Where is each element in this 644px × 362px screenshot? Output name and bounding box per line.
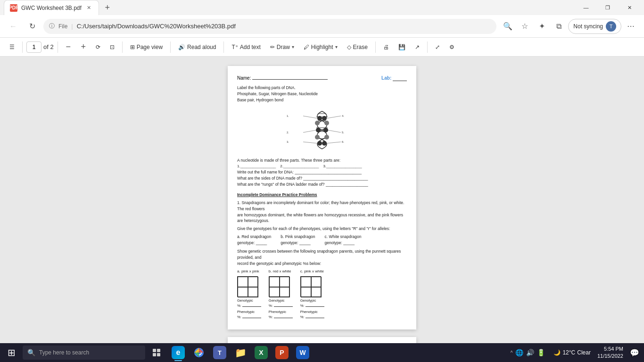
- not-syncing-button[interactable]: Not syncing T: [568, 19, 621, 34]
- print-button[interactable]: 🖨: [380, 42, 393, 52]
- separator-7: [427, 41, 428, 53]
- pdf-page-2: Name: Lab: Darwin's Natural Selection Wo…: [228, 337, 416, 344]
- main-content: Name: Lab: Label the following parts of …: [0, 57, 644, 343]
- tab-close-button[interactable]: ✕: [85, 4, 93, 12]
- close-button[interactable]: ✕: [619, 0, 640, 15]
- nucleotide-text: A nucleotide is made of three parts. The…: [237, 157, 407, 164]
- zoom-in-button[interactable]: +: [77, 41, 90, 54]
- erase-label: Erase: [353, 44, 368, 50]
- excel-app-icon[interactable]: X: [251, 343, 272, 362]
- explorer-app-icon[interactable]: 📁: [230, 343, 251, 362]
- volume-icon[interactable]: 🔊: [526, 349, 534, 356]
- fit-page-button[interactable]: ⊡: [106, 42, 118, 52]
- refresh-button[interactable]: ↻: [25, 19, 40, 34]
- favorites-star-icon[interactable]: ✦: [534, 19, 549, 34]
- svg-text:4.: 4.: [342, 115, 344, 117]
- taskbar-search[interactable]: 🔍 Type here to search: [23, 346, 145, 360]
- read-aloud-button[interactable]: 🔊 Read aloud: [174, 42, 220, 52]
- svg-point-15: [324, 135, 329, 140]
- add-text-label: Add text: [240, 44, 261, 50]
- address-input-wrap[interactable]: ⓘ File | C:/Users/taiph/Downloads/GWC%20…: [43, 19, 496, 34]
- powerpoint-app-icon[interactable]: P: [272, 343, 292, 362]
- blanks-text: 1._________________ 2._________________ …: [237, 164, 407, 169]
- separator-4: [170, 41, 171, 53]
- minimize-button[interactable]: —: [575, 0, 597, 15]
- zoom-out-button[interactable]: −: [62, 41, 75, 54]
- file-label: File: [58, 23, 67, 30]
- tray-expand-icon[interactable]: ^: [511, 350, 513, 355]
- weather-icon: 🌙: [553, 349, 561, 356]
- more-options-icon[interactable]: ⋯: [623, 19, 638, 34]
- edge-app-icon[interactable]: e: [168, 343, 189, 362]
- taskbar-search-icon: 🔍: [27, 349, 35, 356]
- genotypic-b: Genotypic%:: [269, 298, 293, 309]
- maximize-button[interactable]: ❐: [597, 0, 619, 15]
- word-app-icon[interactable]: W: [292, 343, 313, 362]
- save-button[interactable]: 💾: [395, 42, 409, 52]
- fit-icon: ⊡: [110, 44, 115, 50]
- draw-button[interactable]: ✏ Draw ▾: [266, 42, 298, 52]
- svg-line-20: [303, 130, 316, 132]
- network-icon[interactable]: 🌐: [515, 349, 523, 356]
- highlight-label: Highlight: [311, 44, 333, 50]
- draw-icon: ✏: [270, 44, 275, 50]
- svg-text:2.: 2.: [287, 131, 289, 134]
- taskbar-apps: e T 📁 X P W: [168, 343, 313, 362]
- page-input[interactable]: [26, 41, 41, 53]
- svg-point-8: [317, 116, 322, 121]
- active-tab[interactable]: PDF GWC Worksheet 3B.pdf ✕: [4, 0, 99, 15]
- share-button[interactable]: ↗: [411, 42, 423, 52]
- cross-c-label: c. pink x white: [300, 269, 324, 274]
- new-tab-button[interactable]: +: [101, 1, 114, 14]
- problem1b-text: are homozygous dominant, the white flowe…: [237, 212, 407, 224]
- highlight-button[interactable]: 🖊 Highlight ▾: [300, 42, 341, 52]
- weather-condition: Clear: [577, 349, 591, 356]
- favorites-icon[interactable]: ☆: [517, 19, 532, 34]
- separator-5: [223, 41, 224, 53]
- battery-icon[interactable]: 🔋: [537, 349, 545, 356]
- taskbar-right: ^ 🌐 🔊 🔋 🌙 12°C Clear 5:54 PM 11/15/2022 …: [507, 345, 642, 360]
- notification-button[interactable]: 💬: [627, 345, 642, 360]
- task-view-button[interactable]: [147, 343, 166, 362]
- rotate-icon: ⟳: [96, 44, 100, 50]
- chrome-app-icon[interactable]: [189, 343, 209, 362]
- punnett-square-b: [269, 276, 289, 297]
- search-icon[interactable]: 🔍: [500, 19, 515, 34]
- pdf-settings-button[interactable]: ⚙: [446, 42, 458, 52]
- svg-rect-31: [157, 349, 160, 352]
- windows-logo-icon: ⊞: [8, 347, 16, 358]
- system-clock[interactable]: 5:54 PM 11/15/2022: [595, 346, 625, 360]
- white-genotype: c. White snapdragon genotype: _____: [325, 234, 362, 246]
- svg-point-14: [315, 135, 320, 140]
- dna-name-text: Write out the full name for DNA: _______…: [237, 169, 407, 175]
- weather-widget[interactable]: 🌙 12°C Clear: [551, 349, 594, 356]
- cross-b-label: b. red x white: [269, 269, 293, 274]
- add-text-button[interactable]: T⁺ Add text: [228, 42, 264, 52]
- collections-icon[interactable]: ⧉: [551, 19, 566, 34]
- erase-button[interactable]: ◇ Erase: [343, 42, 372, 52]
- dna-svg: 1. 2. 3. 4. 5. 6.: [284, 107, 360, 154]
- lock-icon: ⓘ: [49, 22, 55, 30]
- explorer-icon: 📁: [234, 346, 247, 359]
- svg-line-18: [303, 116, 317, 118]
- rotate-button[interactable]: ⟳: [92, 42, 104, 52]
- fullscreen-button[interactable]: ⤢: [431, 42, 444, 52]
- genotypic-a: Genotypic%:: [237, 298, 261, 309]
- svg-point-12: [316, 128, 321, 132]
- separator-1: [22, 41, 23, 53]
- genotypic-c: Genotypic%:: [300, 298, 324, 309]
- page1-header: Name: Lab:: [237, 75, 407, 81]
- toolbar-icons-right: 🔍 ☆ ✦ ⧉ Not syncing T ⋯: [500, 19, 638, 34]
- pink-genotype: b. Pink snapdragon genotype: _____: [281, 234, 315, 246]
- back-button[interactable]: ←: [6, 19, 21, 34]
- menu-button[interactable]: ☰: [6, 42, 18, 52]
- page-view-button[interactable]: ⊞ Page view: [126, 42, 166, 52]
- taskbar-search-placeholder: Type here to search: [39, 349, 89, 356]
- separator-3: [122, 41, 123, 53]
- show-crosses-text: Show genetic crosses between the followi…: [237, 248, 407, 261]
- add-text-icon: T⁺: [231, 44, 238, 50]
- punnett-c: c. pink x white Genotypic%: Phenotypic%:: [300, 269, 324, 320]
- svg-text:1.: 1.: [287, 115, 289, 117]
- start-button[interactable]: ⊞: [2, 343, 21, 362]
- teams-app-icon[interactable]: T: [209, 343, 230, 362]
